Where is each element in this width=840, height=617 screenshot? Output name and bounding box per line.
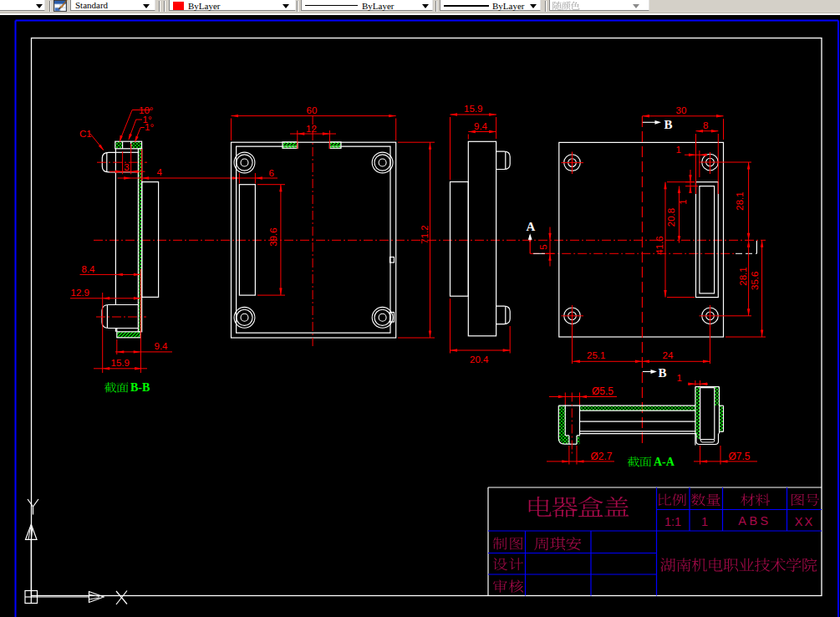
svg-text:ABS: ABS: [738, 514, 771, 528]
svg-text:4: 4: [157, 167, 163, 177]
svg-text:8.4: 8.4: [82, 264, 96, 274]
svg-text:8: 8: [703, 120, 708, 130]
svg-text:20.8: 20.8: [666, 208, 676, 227]
svg-text:B: B: [664, 118, 673, 131]
svg-text:6: 6: [269, 168, 274, 178]
svg-text:A-A: A-A: [654, 456, 675, 468]
svg-text:20.4: 20.4: [470, 354, 489, 365]
svg-text:XX: XX: [795, 515, 814, 528]
svg-text:1: 1: [677, 373, 682, 383]
svg-text:15.9: 15.9: [111, 358, 130, 368]
svg-text:A: A: [527, 220, 536, 233]
svg-text:B: B: [659, 366, 667, 380]
svg-text:1°: 1°: [145, 122, 154, 132]
svg-text:Ø7.5: Ø7.5: [729, 451, 751, 462]
svg-text:24: 24: [663, 350, 674, 360]
svg-text:60: 60: [307, 105, 318, 115]
svg-text:Ø2.7: Ø2.7: [591, 451, 613, 462]
svg-text:41.6: 41.6: [654, 236, 664, 254]
svg-text:Ø5.5: Ø5.5: [592, 385, 613, 397]
svg-text:35.6: 35.6: [751, 272, 761, 290]
svg-text:15.9: 15.9: [464, 104, 482, 114]
svg-text:30: 30: [676, 105, 687, 115]
svg-text:9.4: 9.4: [155, 341, 169, 351]
svg-text:12: 12: [306, 124, 317, 134]
svg-text:3: 3: [124, 162, 129, 172]
svg-text:25.1: 25.1: [587, 350, 605, 360]
svg-text:71.2: 71.2: [420, 225, 430, 243]
svg-text:28.1: 28.1: [738, 267, 748, 285]
svg-text:12.9: 12.9: [71, 288, 89, 298]
svg-text:9.4: 9.4: [474, 121, 488, 131]
svg-text:C1: C1: [79, 129, 92, 139]
svg-text:5: 5: [538, 244, 548, 249]
svg-text:28.1: 28.1: [735, 191, 745, 210]
svg-text:B-B: B-B: [130, 381, 150, 394]
svg-text:1: 1: [678, 199, 688, 204]
svg-text:39.6: 39.6: [268, 227, 278, 246]
svg-text:1:1: 1:1: [664, 515, 681, 528]
svg-text:1: 1: [701, 515, 708, 528]
svg-text:1: 1: [676, 145, 681, 155]
